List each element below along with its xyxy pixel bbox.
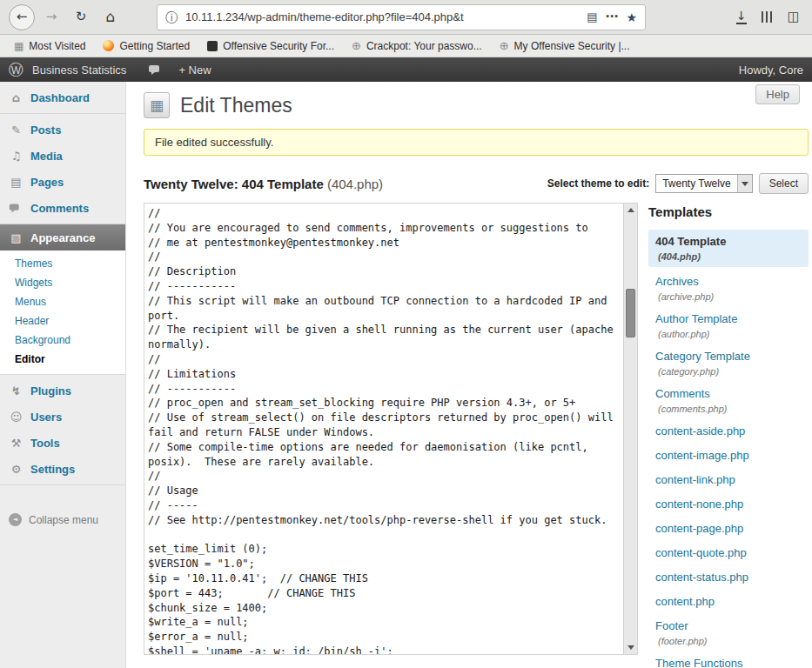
bookmark-favicon-icon xyxy=(352,40,361,51)
menu-item-icon xyxy=(9,150,23,162)
template-name-link[interactable]: Comments xyxy=(655,387,802,401)
menu-item-icon xyxy=(9,438,23,449)
theme-select-dropdown[interactable]: Twenty Twelve xyxy=(655,174,752,193)
site-info-icon[interactable] xyxy=(165,11,178,23)
main-content: Help Edit Themes File edited successfull… xyxy=(126,82,812,668)
url-text[interactable]: 10.11.1.234/wp-admin/theme-editor.php?fi… xyxy=(185,10,579,23)
sidebar-submenu-item[interactable]: Editor xyxy=(0,350,125,369)
reader-mode-icon[interactable] xyxy=(587,11,597,23)
template-item[interactable]: Archives (archive.php) xyxy=(648,272,809,304)
site-name-link[interactable]: Business Statistics xyxy=(32,63,126,77)
sidebar-menu-item[interactable]: Media xyxy=(0,143,125,169)
template-item[interactable]: 404 Template (404.php) xyxy=(648,230,809,267)
template-name-link[interactable]: content-status.php xyxy=(655,571,802,584)
downloads-icon[interactable] xyxy=(736,10,747,24)
sidebar-menu-item[interactable]: Pages xyxy=(0,169,125,195)
sidebar-menu-item[interactable]: Settings xyxy=(0,456,125,482)
scroll-down-arrow-icon[interactable] xyxy=(627,645,634,650)
sidebar-menu-item[interactable]: Users xyxy=(0,404,125,430)
template-name-link[interactable]: content-link.php xyxy=(655,473,802,487)
template-item[interactable]: content.php xyxy=(648,592,809,611)
menu-item-label: Pages xyxy=(30,176,64,189)
template-name-link[interactable]: content-image.php xyxy=(655,449,802,463)
sidebar-menu-item[interactable]: Posts xyxy=(0,117,125,143)
template-item[interactable]: content-link.php xyxy=(648,471,809,490)
sidebar-submenu-item[interactable]: Widgets xyxy=(0,273,125,292)
template-item[interactable]: Category Template (category.php) xyxy=(648,347,809,379)
template-name-link[interactable]: Theme Functions xyxy=(655,657,802,668)
select-theme-button[interactable]: Select xyxy=(759,173,809,194)
template-item[interactable]: Comments (comments.php) xyxy=(648,384,809,417)
bookmark-item[interactable]: My Offensive Security |... xyxy=(491,35,639,57)
template-item[interactable]: content-none.php xyxy=(648,495,809,514)
sidebar-item-appearance[interactable]: Appearance xyxy=(0,224,125,250)
bookmark-item[interactable]: Offensive Security For... xyxy=(198,35,343,57)
sidebar-toggle-icon[interactable] xyxy=(788,10,800,23)
appearance-icon xyxy=(9,232,23,244)
template-item[interactable]: content-quote.php xyxy=(648,544,809,563)
bookmark-item[interactable]: Crackpot: Your passwo... xyxy=(343,35,491,57)
template-name-link[interactable]: content-aside.php xyxy=(655,424,802,438)
template-name-link[interactable]: content-none.php xyxy=(655,498,802,511)
template-item[interactable]: content-image.php xyxy=(648,446,809,465)
sidebar-menu-item[interactable]: Dashboard xyxy=(0,84,125,110)
editor-scrollbar[interactable] xyxy=(623,204,637,654)
templates-panel: Templates 404 Template (404.php) Archive… xyxy=(638,203,809,668)
bookmark-item[interactable]: Most Visited xyxy=(5,35,94,57)
scrollbar-thumb[interactable] xyxy=(626,289,635,337)
template-file-name: (author.php) xyxy=(655,329,802,339)
collapse-menu-button[interactable]: Collapse menu xyxy=(0,508,125,531)
template-item[interactable]: Theme Functions (functions.php) xyxy=(648,654,809,668)
bookmark-favicon-icon xyxy=(14,41,23,51)
template-file-name: (404.php) xyxy=(655,251,802,262)
template-name-link[interactable]: Footer xyxy=(655,619,802,633)
page-actions-icon[interactable] xyxy=(605,10,618,23)
template-item[interactable]: Footer (footer.php) xyxy=(648,617,809,649)
wordpress-logo-icon[interactable] xyxy=(9,63,23,77)
template-item[interactable]: content-aside.php xyxy=(648,422,809,441)
back-button[interactable] xyxy=(9,4,35,30)
library-icon[interactable] xyxy=(762,11,773,23)
template-name-link[interactable]: content-page.php xyxy=(655,522,802,536)
template-item[interactable]: Author Template (author.php) xyxy=(648,310,809,342)
comments-bubble-icon[interactable] xyxy=(149,63,161,76)
toolbar-right-icons xyxy=(736,10,803,24)
home-button[interactable] xyxy=(97,4,124,30)
template-name-link[interactable]: 404 Template xyxy=(655,235,802,249)
new-content-button[interactable]: + New xyxy=(178,63,211,77)
templates-heading: Templates xyxy=(648,204,809,219)
template-name-link[interactable]: content.php xyxy=(655,595,802,609)
sidebar-submenu-item[interactable]: Header xyxy=(0,311,125,331)
submenu-item-label: Themes xyxy=(15,257,52,270)
sidebar-submenu-item[interactable]: Background xyxy=(0,331,125,350)
select-theme-label: Select theme to edit: xyxy=(547,177,649,190)
template-item[interactable]: content-status.php xyxy=(648,568,809,587)
howdy-account-link[interactable]: Howdy, Core xyxy=(739,63,803,77)
menu-item-label: Plugins xyxy=(30,384,71,397)
forward-button[interactable] xyxy=(38,4,64,30)
url-bar[interactable]: 10.11.1.234/wp-admin/theme-editor.php?fi… xyxy=(157,4,646,30)
sidebar-menu-item[interactable]: Tools xyxy=(0,430,125,456)
sidebar-submenu-item[interactable]: Themes xyxy=(0,254,125,273)
bookmark-star-icon[interactable] xyxy=(626,11,637,23)
sidebar-submenu-item[interactable]: Menus xyxy=(0,292,125,311)
template-name-link[interactable]: Category Template xyxy=(655,350,802,364)
bookmark-label: Crackpot: Your passwo... xyxy=(366,40,482,52)
template-item[interactable]: content-page.php xyxy=(648,519,809,538)
edit-themes-screen-icon xyxy=(144,92,170,118)
template-name-link[interactable]: Archives xyxy=(655,275,802,289)
code-textarea[interactable]: // // You are encouraged to send comment… xyxy=(144,204,623,654)
bookmark-item[interactable]: Getting Started xyxy=(94,35,198,57)
reload-button[interactable] xyxy=(68,4,94,30)
menu-item-label: Media xyxy=(30,150,63,163)
submenu-item-label: Editor xyxy=(15,353,45,365)
sidebar-menu-item[interactable]: Plugins xyxy=(0,377,125,404)
dropdown-arrow-icon[interactable] xyxy=(737,175,752,192)
menu-item-icon xyxy=(10,203,23,214)
template-name-link[interactable]: Author Template xyxy=(655,312,802,326)
help-button[interactable]: Help xyxy=(755,84,800,104)
scroll-up-arrow-icon[interactable] xyxy=(627,208,634,212)
menu-item-label: Tools xyxy=(30,437,60,450)
template-name-link[interactable]: content-quote.php xyxy=(655,546,802,560)
sidebar-menu-item[interactable]: Comments xyxy=(0,195,125,221)
